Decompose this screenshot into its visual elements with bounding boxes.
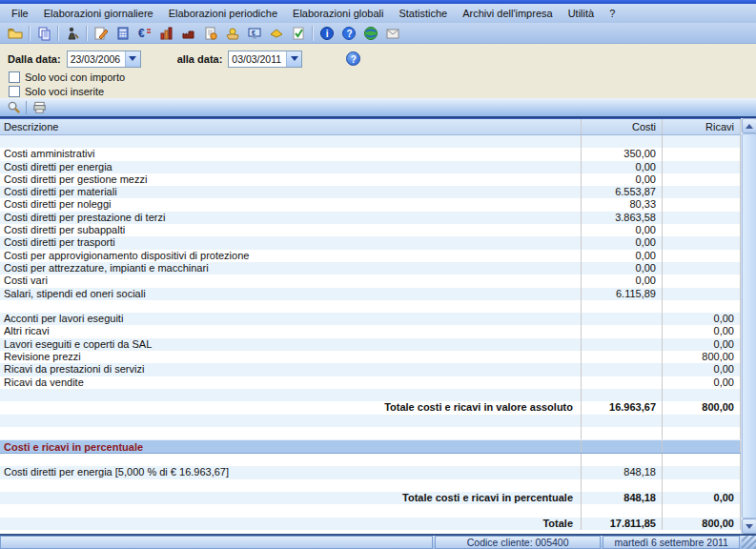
cell-costi — [582, 351, 663, 363]
table-row[interactable]: Costi diretti per gestione mezzi0,00 — [0, 173, 741, 186]
table-row[interactable]: Costi diretti per noleggi80,33 — [0, 198, 741, 211]
cell-descrizione: Costi per approvigionamento dispositivi … — [0, 250, 582, 262]
worker-button[interactable] — [61, 24, 83, 43]
calculator-icon — [115, 26, 131, 41]
info-icon: i — [319, 26, 335, 41]
status-date: martedì 6 settembre 2011 — [603, 536, 740, 549]
cell-descrizione: Lavori eseguiti e coperti da SAL — [0, 338, 582, 351]
table-row[interactable]: Altri ricavi0,00 — [0, 325, 741, 337]
total-row[interactable]: Totale17.811,85800,00 — [0, 518, 741, 530]
cell-ricavi: 800,00 — [663, 351, 741, 363]
to-date-value[interactable]: 03/03/2011 — [229, 51, 286, 67]
resize-grip[interactable] — [742, 536, 756, 549]
table-row[interactable]: Costi amministrativi350,00 — [0, 148, 741, 160]
table-row[interactable]: Ricavi da vendite0,00 — [0, 376, 741, 389]
total-row[interactable]: Totale costi e ricavi in valore assoluto… — [0, 401, 741, 414]
table-row[interactable]: Costi vari0,00 — [0, 274, 741, 287]
table-row[interactable]: Ricavi da prestazioni di servizi0,00 — [0, 363, 741, 376]
menu-item-elaborazioni-giornaliere[interactable]: Elaborazioni giornaliere — [36, 6, 161, 21]
worker-icon — [65, 26, 80, 41]
euro-statistics-button[interactable]: € — [133, 24, 155, 43]
cell-costi — [582, 440, 663, 453]
edit-document-button[interactable] — [90, 24, 112, 43]
menu-item-utilit[interactable]: Utilità — [561, 6, 603, 21]
table-row[interactable]: Costi diretti per trasporti0,00 — [0, 236, 741, 249]
from-date-combobox[interactable]: 23/03/2006 — [67, 51, 141, 68]
table-row[interactable]: Costi diretti per subappalti0,00 — [0, 224, 741, 236]
status-client-code: Codice cliente: 005400 — [435, 536, 602, 549]
monitor-euro-button[interactable]: € — [243, 24, 265, 43]
info-button[interactable]: i — [316, 24, 337, 43]
table-row — [0, 300, 741, 313]
menu-item-elaborazioni-globali[interactable]: Elaborazioni globali — [285, 6, 391, 21]
from-date-dropdown-icon[interactable] — [125, 51, 140, 67]
calculator-button[interactable] — [112, 24, 133, 43]
mail-button[interactable] — [381, 24, 403, 43]
table-row[interactable]: Salari, stipendi ed oneri sociali6.115,8… — [0, 288, 741, 300]
svg-text:€: € — [252, 30, 255, 36]
table-row[interactable]: Costi per approvigionamento dispositivi … — [0, 250, 741, 262]
production-button[interactable] — [177, 24, 199, 43]
to-date-combobox[interactable]: 03/03/2011 — [228, 51, 302, 68]
yellow-wedge-button[interactable] — [265, 24, 287, 43]
globe-button[interactable] — [359, 24, 381, 43]
help-icon[interactable]: ? — [346, 51, 360, 66]
from-date-value[interactable]: 23/03/2006 — [68, 51, 125, 67]
cell-ricavi — [663, 173, 741, 186]
solo-voci-inserite-checkbox[interactable] — [9, 86, 20, 97]
solo-voci-inserite-label[interactable]: Solo voci inserite — [25, 86, 104, 97]
scroll-down-icon[interactable] — [742, 518, 756, 534]
vertical-scrollbar[interactable] — [741, 118, 756, 534]
main-toolbar: €€i? — [0, 23, 756, 44]
table-row[interactable]: Costi per attrezzature, impianti e macch… — [0, 262, 741, 274]
cell-ricavi — [663, 262, 741, 274]
magnifier-button[interactable] — [3, 99, 24, 115]
menu-item-elaborazioni-periodiche[interactable]: Elaborazioni periodiche — [161, 6, 285, 21]
table-row[interactable]: Acconti per lavori eseguiti0,00 — [0, 313, 741, 325]
document-badge-button[interactable] — [199, 24, 221, 43]
cell-ricavi — [663, 415, 741, 427]
table-row — [0, 454, 741, 466]
scrollbar-thumb[interactable] — [742, 133, 756, 518]
total-row[interactable]: Totale costi e ricavi in percentuale848,… — [0, 492, 741, 504]
from-date-label: Dalla data: — [8, 53, 61, 65]
section-header-row: Costi e ricavi in percentuale — [0, 439, 741, 454]
cell-costi — [582, 338, 663, 351]
svg-text:€: € — [138, 27, 145, 40]
menu-item-archivi-dell-impresa[interactable]: Archivi dell'impresa — [455, 6, 560, 21]
copy-document-button[interactable] — [32, 24, 54, 43]
solo-voci-con-importo-checkbox[interactable] — [9, 71, 20, 83]
help-button[interactable]: ? — [337, 24, 359, 43]
cell-ricavi: 0,00 — [663, 376, 741, 389]
menu-item-[interactable]: ? — [602, 6, 623, 21]
date-range-row: Dalla data: 23/03/2006 alla data: 03/03/… — [8, 50, 360, 68]
printer-button[interactable] — [29, 99, 50, 115]
cell-costi — [582, 427, 663, 439]
solo-voci-con-importo-label[interactable]: Solo voci con importo — [25, 71, 125, 83]
money-hand-button[interactable] — [221, 24, 243, 43]
cell-ricavi — [663, 274, 741, 287]
table-row[interactable]: Costi diretti per prestazione di terzi3.… — [0, 212, 741, 224]
menu-item-statistiche[interactable]: Statistiche — [391, 6, 455, 21]
table-row[interactable]: Costi diretti per materiali6.553,87 — [0, 186, 741, 198]
to-date-dropdown-icon[interactable] — [286, 51, 301, 67]
menu-item-file[interactable]: File — [4, 6, 36, 21]
scroll-up-icon[interactable] — [742, 118, 756, 133]
table-row[interactable]: Lavori eseguiti e coperti da SAL0,00 — [0, 338, 741, 351]
cell-costi — [582, 135, 663, 148]
cell-costi: 0,00 — [582, 161, 663, 173]
cell-ricavi — [663, 135, 741, 148]
cell-descrizione — [0, 415, 582, 427]
cell-ricavi — [663, 504, 741, 517]
table-row[interactable]: Costi diretti per energia0,00 — [0, 161, 741, 173]
bar-chart-button[interactable] — [155, 24, 177, 43]
table-row[interactable]: Revisione prezzi800,00 — [0, 351, 741, 363]
cell-ricavi — [663, 389, 741, 401]
table-row[interactable]: Costi diretti per energia [5,000 % di € … — [0, 466, 741, 478]
open-folder-button[interactable] — [4, 24, 26, 43]
cell-ricavi — [663, 250, 741, 262]
report-grid: Descrizione Costi Ricavi Costi amministr… — [0, 118, 756, 534]
table-row — [0, 427, 741, 439]
check-document-button[interactable] — [287, 24, 309, 43]
globe-icon — [363, 26, 378, 41]
